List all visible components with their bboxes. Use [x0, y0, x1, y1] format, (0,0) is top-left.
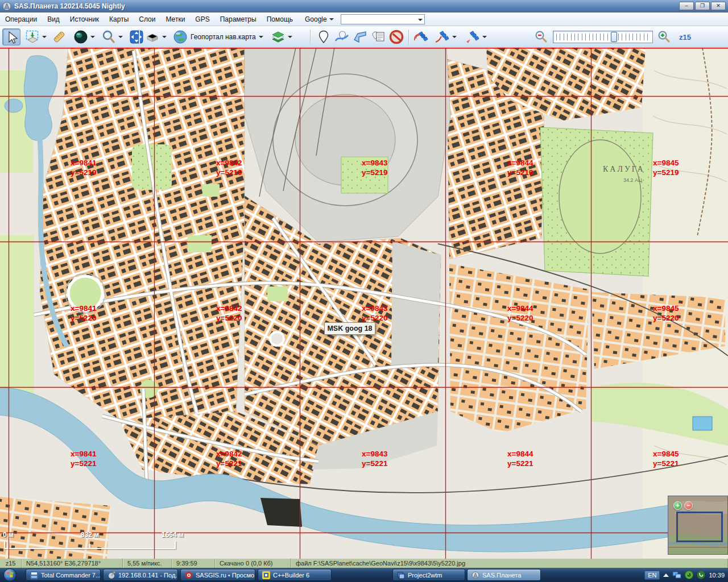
- zoom-slider-thumb[interactable]: [611, 32, 617, 42]
- tile-label: x=9841y=5219: [71, 158, 96, 177]
- taskbar-item-remote-session[interactable]: 192.168.0.141 - Под...: [103, 569, 178, 581]
- application-window: SAS.Планета 120214.5045 Nightly – ❐ ✕ Оп…: [0, 0, 728, 582]
- globe-icon: [173, 30, 188, 44]
- pan-cursor-button[interactable]: [2, 28, 20, 45]
- map-source-globe-button[interactable]: [171, 28, 189, 45]
- taskbar-item-label: SASGIS.ru • Просмо...: [196, 572, 255, 579]
- tile-label: x=9843y=5221: [362, 449, 387, 468]
- zoom-out-icon: [534, 30, 548, 44]
- cursor-icon: [5, 30, 18, 44]
- network-icon[interactable]: [672, 571, 681, 579]
- map-source-dropdown-icon[interactable]: [259, 36, 263, 38]
- combo-dropdown-icon[interactable]: [418, 19, 423, 21]
- tile-label: x=9841y=5220: [71, 304, 96, 323]
- taskbar-item-total-commander[interactable]: Total Commander 7....: [26, 569, 101, 581]
- placemark-list-button[interactable]: [369, 28, 387, 45]
- scale-label-end: 1664 м: [162, 531, 184, 539]
- status-downloaded: Скачано 0 (0,0 Кб): [215, 559, 291, 568]
- path-icon: [334, 30, 349, 44]
- city-name-label: КАЛУГА: [603, 165, 645, 174]
- tile-label: x=9843y=5219: [362, 158, 387, 177]
- map-source-label[interactable]: Геопортал нав.карта: [191, 33, 256, 41]
- globe-dropdown-icon[interactable]: [90, 36, 95, 38]
- menu-layers[interactable]: Слои: [134, 13, 160, 26]
- map-canvas[interactable]: x=9841y=5219 x=9842y=5219 x=9843y=5219 x…: [0, 48, 728, 559]
- menu-help[interactable]: Помощь: [262, 13, 298, 26]
- layers-dropdown-icon[interactable]: [288, 36, 292, 38]
- zoom-in-button[interactable]: [656, 28, 671, 45]
- zoom-slider[interactable]: [553, 31, 653, 43]
- menu-view[interactable]: Вид: [42, 13, 65, 26]
- add-placemark-button[interactable]: [315, 28, 333, 45]
- ruler-button[interactable]: [50, 28, 68, 45]
- gps-track-button[interactable]: [433, 28, 452, 45]
- tile-label: x=9844y=5221: [507, 449, 533, 468]
- menu-parameters[interactable]: Параметры: [215, 13, 262, 26]
- taskbar-item-project2wtm[interactable]: Project2wtm: [392, 569, 465, 581]
- taskbar: Total Commander 7.... 192.168.0.141 - По…: [0, 568, 728, 582]
- cppbuilder-icon: [262, 571, 270, 579]
- tile-label: x=9842y=5220: [216, 304, 242, 323]
- menu-operations[interactable]: Операции: [0, 13, 42, 26]
- browser-icon: [185, 571, 193, 579]
- cache-mode-button[interactable]: [143, 28, 162, 45]
- tray-expand-icon[interactable]: [663, 573, 669, 577]
- minimap-viewport-rect[interactable]: [676, 512, 723, 542]
- zoom-slider-ticks: [556, 34, 650, 40]
- minimap-panel[interactable]: + −: [668, 496, 728, 555]
- system-tray: EN 10:39: [644, 568, 727, 582]
- selection-dropdown-icon[interactable]: [42, 36, 47, 38]
- maximize-button[interactable]: ❐: [695, 2, 710, 10]
- language-indicator[interactable]: EN: [644, 571, 660, 580]
- layers-icon: [271, 30, 286, 44]
- taskbar-item-cppbuilder[interactable]: C++Builder 6: [258, 569, 332, 581]
- tile-label: x=9844y=5220: [507, 304, 533, 323]
- search-icon: [101, 30, 116, 44]
- chevron-down-icon: [329, 18, 334, 20]
- taskbar-item-label: 192.168.0.141 - Под...: [118, 572, 178, 579]
- zoom-out-button[interactable]: [533, 28, 548, 45]
- cache-dropdown-icon[interactable]: [162, 36, 167, 38]
- selection-tool-button[interactable]: [23, 28, 42, 45]
- taskbar-item-label: Project2wtm: [408, 572, 442, 579]
- gps-follow-button[interactable]: [464, 28, 482, 45]
- tile-label: x=9843y=5220: [362, 304, 387, 323]
- search-combobox[interactable]: [341, 14, 425, 24]
- gps-satellite-track-icon: [435, 30, 450, 44]
- close-button[interactable]: ✕: [711, 2, 726, 10]
- menu-google[interactable]: Google: [298, 13, 337, 26]
- magnifier-dropdown-icon[interactable]: [118, 36, 123, 38]
- add-path-button[interactable]: [333, 28, 351, 45]
- status-bar: z15 N54,513160° E36,279718° 5,55 м/пикс.…: [0, 559, 728, 568]
- hide-marks-button[interactable]: [387, 28, 406, 45]
- utorrent-icon[interactable]: [697, 571, 705, 579]
- taskbar-item-sasplaneta[interactable]: SAS.Планета: [467, 569, 541, 581]
- menu-source[interactable]: Источник: [65, 13, 104, 26]
- start-button[interactable]: [3, 568, 16, 581]
- gps-satellite-follow-icon: [465, 30, 481, 44]
- layers-button[interactable]: [269, 28, 287, 45]
- menu-gps[interactable]: GPS: [190, 13, 214, 26]
- minimap-zoom-out-button[interactable]: −: [684, 501, 693, 510]
- tile-label: x=9845y=5219: [653, 158, 679, 177]
- clock[interactable]: 10:39: [709, 572, 725, 579]
- taskbar-item-label: Total Commander 7....: [41, 572, 101, 579]
- gps-follow-dropdown-icon[interactable]: [482, 36, 487, 38]
- search-input[interactable]: [341, 15, 414, 24]
- gps-connect-button[interactable]: [413, 28, 431, 45]
- minimize-button[interactable]: –: [679, 2, 694, 10]
- add-polygon-button[interactable]: [351, 28, 369, 45]
- gps-track-dropdown-icon[interactable]: [452, 36, 457, 38]
- status-zoom: z15: [0, 559, 22, 568]
- main-toolbar: Геопортал нав.карта: [0, 26, 728, 48]
- magnifier-button[interactable]: [100, 28, 118, 45]
- menu-maps[interactable]: Карты: [104, 13, 134, 26]
- menu-marks[interactable]: Метки: [160, 13, 190, 26]
- taskbar-item-label: SAS.Планета: [482, 572, 521, 579]
- minimap-zoom-in-button[interactable]: +: [673, 501, 682, 510]
- menu-bar: Операции Вид Источник Карты Слои Метки G…: [0, 13, 728, 26]
- taskbar-item-browser-sasgis[interactable]: SASGIS.ru • Просмо...: [180, 569, 255, 581]
- dark-globe-button[interactable]: [72, 28, 90, 45]
- windows-logo-icon: [4, 569, 16, 581]
- antivirus-icon[interactable]: [685, 571, 693, 579]
